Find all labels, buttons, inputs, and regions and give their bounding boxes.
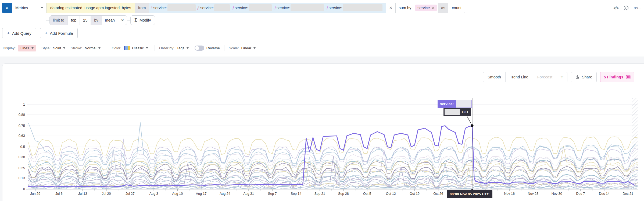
- limit-group: limit to top 25 by mean ✕: [49, 15, 127, 25]
- series-hover-tooltip: service:: [438, 100, 472, 108]
- scale-value: Linear: [241, 46, 252, 50]
- add-formula-button[interactable]: + Add Formula: [40, 28, 78, 38]
- x-tick-label: Jun 29: [26, 192, 45, 196]
- x-tick-label: Oct 5: [357, 192, 377, 196]
- share-label: Share: [582, 75, 592, 79]
- chart-plot: [0, 94, 644, 197]
- filter-value-redacted: [214, 4, 230, 11]
- filter-tag[interactable]: !service:: [151, 4, 196, 11]
- code-icon[interactable]: </>: [613, 6, 618, 10]
- color-select[interactable]: Classic: [132, 46, 148, 50]
- y-tick-label: 1: [14, 103, 25, 106]
- divider: [224, 45, 224, 51]
- toggle-knob: [195, 46, 199, 50]
- x-tick-label: Jul 27: [120, 192, 140, 196]
- divider: [0, 42, 644, 42]
- add-formula-label: Add Formula: [50, 31, 73, 36]
- filter-value-redacted: [343, 4, 382, 11]
- x-tick-label: Aug 10: [168, 192, 187, 196]
- order-by-label: Order by:: [159, 46, 174, 50]
- display-type-select[interactable]: Lines: [18, 45, 36, 51]
- filter-tag[interactable]: ,!service:: [197, 4, 230, 11]
- x-tick-label: Aug 17: [192, 192, 211, 196]
- forecast-button[interactable]: Forecast: [533, 72, 557, 82]
- filter-field[interactable]: !service:,!service:,!service:,!service:,…: [149, 3, 386, 13]
- stroke-label: Stroke:: [71, 46, 82, 50]
- timestamp-tooltip: 00:00 Nov 05 2025 UTC: [447, 190, 492, 198]
- stroke-select[interactable]: Normal: [85, 46, 101, 50]
- chart-mode-segmented: Smooth Trend Line Forecast +: [483, 72, 567, 82]
- filter-prefix: ,!: [273, 6, 276, 10]
- stroke-value: Normal: [85, 46, 96, 50]
- filter-prefix: ,!: [197, 6, 200, 10]
- modify-button[interactable]: Σ Modify: [130, 15, 155, 25]
- y-tick-label: 0.88: [14, 113, 25, 117]
- limit-count-input[interactable]: 25: [80, 16, 91, 25]
- y-tick-label: 0.63: [14, 134, 25, 138]
- query-box: Metrics datadog.estimated_usage.apm.inge…: [12, 3, 465, 13]
- filter-key: service:: [277, 6, 290, 10]
- as-chip: as: [438, 3, 448, 13]
- x-tick-label: Jul 6: [49, 192, 69, 196]
- x-tick-label: Jul 13: [73, 192, 92, 196]
- y-tick-label: 0.25: [14, 166, 25, 170]
- as-count-value[interactable]: count: [448, 3, 465, 13]
- color-swatch-icon[interactable]: [124, 46, 130, 50]
- style-select[interactable]: Solid: [53, 46, 65, 50]
- remove-limit-icon[interactable]: ✕: [118, 16, 127, 25]
- x-tick-label: Nov 16: [500, 192, 519, 196]
- divider: [107, 45, 107, 51]
- filter-tag[interactable]: ,!service:: [325, 4, 382, 11]
- sum-by-label[interactable]: sum by: [396, 3, 414, 13]
- filter-tag[interactable]: ,!service:: [273, 4, 324, 11]
- share-icon: [575, 75, 579, 79]
- limit-metric-select[interactable]: mean: [102, 16, 118, 25]
- findings-button[interactable]: 5 Findings: [600, 72, 635, 82]
- x-tick-label: Oct 26: [429, 192, 448, 196]
- palette-icon[interactable]: [623, 5, 629, 11]
- scale-select[interactable]: Linear: [241, 46, 256, 50]
- share-button[interactable]: Share: [571, 72, 597, 82]
- filter-key: service:: [329, 6, 342, 10]
- filter-tag[interactable]: ,!service:: [231, 4, 272, 11]
- clear-filters-icon[interactable]: ✕: [386, 3, 396, 13]
- metric-name-field[interactable]: datadog.estimated_usage.apm.ingested_byt…: [46, 3, 135, 13]
- limit-direction-select[interactable]: top: [67, 16, 80, 25]
- filter-prefix: !: [151, 6, 153, 10]
- scale-label: Scale:: [229, 46, 239, 50]
- tooltip-value-redacted: [445, 109, 460, 115]
- y-tick-label: 0: [14, 187, 25, 191]
- smooth-button[interactable]: Smooth: [483, 72, 505, 82]
- query-bar: a Metrics datadog.estimated_usage.apm.in…: [2, 3, 465, 13]
- filter-prefix: ,!: [325, 6, 328, 10]
- tree-connector: [46, 20, 49, 20]
- display-options-row: Display: Lines Style: Solid Stroke: Norm…: [3, 42, 261, 54]
- order-by-select[interactable]: Tags: [177, 46, 189, 50]
- metrics-source-select[interactable]: Metrics: [12, 3, 46, 13]
- y-tick-label: 0.38: [14, 155, 25, 159]
- chart-toolbar: Smooth Trend Line Forecast + Share 5 Fin…: [483, 72, 634, 82]
- add-mode-button[interactable]: +: [557, 72, 567, 82]
- trend-line-button[interactable]: Trend Line: [505, 72, 533, 82]
- plus-icon: +: [45, 30, 48, 36]
- color-value: Classic: [132, 46, 144, 50]
- x-tick-label: Sep 14: [286, 192, 306, 196]
- group-by-tag[interactable]: service ✕: [415, 5, 437, 11]
- x-tick-label: Sep 28: [334, 192, 353, 196]
- add-query-button[interactable]: + Add Query: [2, 28, 36, 38]
- remove-tag-icon[interactable]: ✕: [432, 6, 435, 10]
- y-tick-label: 0.75: [14, 124, 25, 128]
- style-value: Solid: [53, 46, 61, 50]
- x-tick-label: Jul 20: [97, 192, 116, 196]
- tooltip-series-value-redacted: [456, 100, 472, 108]
- filter-prefix: ,!: [231, 6, 234, 10]
- limit-to-chip[interactable]: limit to: [50, 16, 67, 25]
- limit-by-chip[interactable]: by: [91, 16, 101, 25]
- metrics-source-label: Metrics: [15, 6, 28, 10]
- divider: [155, 45, 155, 51]
- x-tick-label: Sep 7: [263, 192, 282, 196]
- group-by-tag-label: service: [417, 6, 430, 10]
- reverse-toggle[interactable]: [195, 46, 204, 51]
- query-right-icons: </> as...: [613, 3, 643, 13]
- chevron-down-icon: [187, 47, 189, 49]
